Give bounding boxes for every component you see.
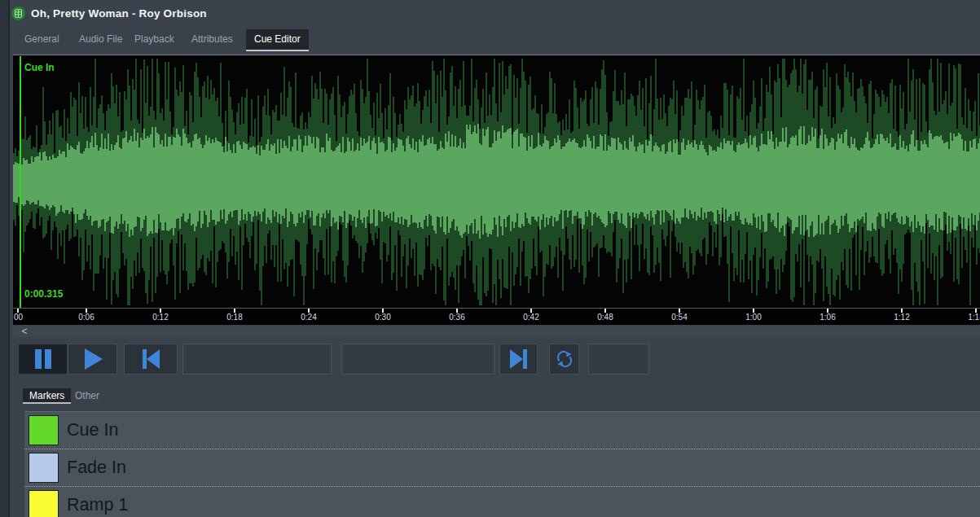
- cue-position-readout: 0:00.315: [24, 288, 63, 300]
- play-icon: [81, 348, 104, 370]
- waveform-display[interactable]: Cue In 0:00.315 000:060:120:180:240:300:…: [13, 55, 980, 324]
- timeline-tick-label: 0:48: [597, 313, 613, 322]
- timeline-tick-label: 0:12: [152, 313, 168, 322]
- marker-color-swatch: [29, 490, 59, 517]
- marker-name: Fade In: [67, 458, 126, 478]
- pause-button[interactable]: [18, 344, 68, 375]
- transport-field-3[interactable]: [588, 344, 649, 375]
- tab-attributes[interactable]: Attributes: [191, 29, 233, 49]
- window-edge-strip: [0, 0, 10, 517]
- tab-other[interactable]: Other: [75, 388, 99, 404]
- marker-row-ramp-1[interactable]: Ramp 1: [24, 487, 980, 517]
- timeline-tick-label: 1:12: [894, 313, 909, 322]
- transport-field-2[interactable]: [341, 344, 494, 375]
- marker-list: Cue In Fade In Ramp 1: [24, 411, 980, 517]
- tab-playback[interactable]: Playback: [134, 29, 174, 49]
- timeline-tick-label: 1:06: [820, 313, 835, 322]
- audio-item-icon: [11, 7, 25, 20]
- tab-audio-file[interactable]: Audio File: [79, 29, 122, 49]
- waveform-scrollbar[interactable]: <: [13, 326, 980, 337]
- skip-to-start-icon: [139, 348, 162, 370]
- timeline-tick-label: 0:24: [301, 313, 316, 322]
- title-bar: Oh, Pretty Woman - Roy Orbison: [10, 0, 980, 26]
- cue-in-marker-line[interactable]: [20, 56, 21, 308]
- marker-row-fade-in[interactable]: Fade In: [24, 449, 980, 487]
- timeline-tick-label: 00: [14, 313, 23, 322]
- pause-icon: [31, 348, 55, 370]
- tab-markers[interactable]: Markers: [23, 388, 71, 404]
- skip-to-end-button[interactable]: [499, 344, 538, 375]
- waveform-graphic: [13, 56, 980, 308]
- timeline-tick-label: 0:06: [78, 313, 94, 322]
- marker-color-swatch: [29, 415, 59, 445]
- play-button[interactable]: [68, 344, 117, 375]
- cue-in-marker-label: Cue In: [24, 62, 55, 73]
- marker-name: Cue In: [67, 420, 118, 440]
- skip-to-end-icon: [508, 348, 530, 370]
- main-tab-bar: General Audio File Playback Attributes C…: [10, 26, 980, 55]
- cue-editor-window: Oh, Pretty Woman - Roy Orbison General A…: [0, 0, 980, 517]
- scroll-left-icon[interactable]: <: [19, 326, 30, 337]
- timeline-tick-label: 0:42: [523, 313, 538, 322]
- marker-row-cue-in[interactable]: Cue In: [24, 412, 980, 449]
- tab-general[interactable]: General: [24, 29, 59, 49]
- timeline-tick-label: 1:18: [968, 313, 980, 322]
- marker-color-swatch: [29, 453, 59, 483]
- marker-name: Ramp 1: [67, 495, 128, 515]
- loop-button[interactable]: [549, 344, 579, 375]
- timeline-tick-label: 0:36: [449, 313, 464, 322]
- transport-field-1[interactable]: [182, 344, 332, 375]
- window-title: Oh, Pretty Woman - Roy Orbison: [31, 7, 207, 20]
- skip-to-start-button[interactable]: [124, 344, 178, 375]
- timeline-tick-label: 0:54: [671, 313, 687, 322]
- loop-icon: [556, 350, 573, 368]
- timeline-ruler: 000:060:120:180:240:300:360:420:480:541:…: [13, 308, 980, 325]
- timeline-tick-label: 0:18: [226, 313, 242, 322]
- tab-cue-editor[interactable]: Cue Editor: [246, 29, 309, 51]
- timeline-tick-label: 0:30: [375, 313, 390, 322]
- timeline-tick-label: 1:00: [745, 313, 761, 322]
